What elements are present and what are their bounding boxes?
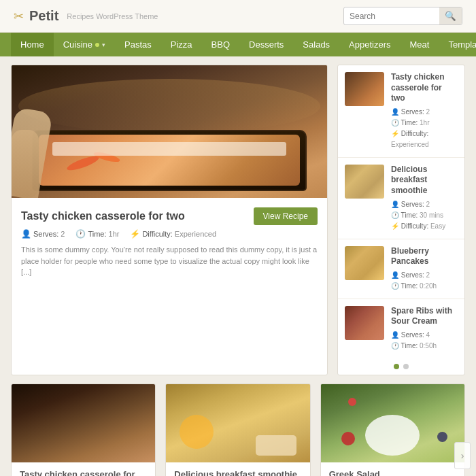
- nav-item-templates[interactable]: Templates ▾: [439, 33, 476, 56]
- sidebar-item-1[interactable]: Tasty chicken casserole for two 👤 Serves…: [338, 65, 464, 158]
- search-box: 🔍: [343, 7, 462, 25]
- card-title-2: Delicious breakfast smoothie: [174, 469, 301, 476]
- sidebar-info-1: Tasty chicken casserole for two 👤 Serves…: [391, 72, 458, 150]
- dot-1[interactable]: [394, 364, 399, 369]
- nav-label-home: Home: [20, 39, 44, 50]
- nav-item-bbq[interactable]: BBQ: [202, 33, 239, 56]
- card-image-2: [166, 384, 309, 462]
- sidebar-item-2[interactable]: Delicious breakfast smoothie 👤 Serves: 2…: [338, 158, 464, 239]
- nav-item-pastas[interactable]: Pastas: [115, 33, 161, 56]
- carousel-next-button[interactable]: ›: [454, 442, 471, 469]
- serves-value: 2: [61, 230, 65, 238]
- nav-item-cuisine[interactable]: Cuisine ▾: [54, 33, 115, 56]
- logo-title: Petit: [29, 8, 58, 24]
- sidebar-recipe-list: Tasty chicken casserole for two 👤 Serves…: [337, 65, 465, 375]
- card-body-3: Greek Salad ★ ★ ★ ★ ★ View Recipe: [321, 462, 464, 476]
- sidebar-info-3: Blueberry Pancakes 👤 Serves: 2 🕐 Time: 0…: [391, 246, 458, 292]
- recipe-cards: Tasty chicken casserole for two ★ ★ ★ ★ …: [0, 384, 476, 476]
- sidebar-title-2: Delicious breakfast smoothie: [391, 165, 458, 197]
- sidebar-meta-3: 👤 Serves: 2 🕐 Time: 0:20h: [391, 270, 458, 292]
- sidebar-thumb-1: [345, 72, 384, 106]
- sidebar-thumb-4: [345, 306, 384, 340]
- sidebar-meta-1: 👤 Serves: 2 🕐 Time: 1hr ⚡ Difficulty: Ex…: [391, 107, 458, 150]
- header: ✂ Petit Recipes WordPress Theme 🔍: [0, 0, 476, 33]
- featured-meta: 👤 Serves: 2 🕐 Time: 1hr ⚡ Difficulty: Ex…: [21, 229, 318, 239]
- card-2: Delicious breakfast smoothie ★ ★ ★ ★ ★ V…: [165, 384, 310, 476]
- serves-label: Serves:: [33, 230, 58, 238]
- search-button[interactable]: 🔍: [439, 7, 462, 24]
- featured-title-row: Tasty chicken casserole for two View Rec…: [21, 207, 318, 225]
- featured-image: [12, 65, 327, 198]
- sidebar-info-4: Spare Ribs with Sour Cream 👤 Serves: 4 🕐…: [391, 306, 458, 352]
- sidebar-pagination: [338, 358, 464, 375]
- sidebar-meta-2: 👤 Serves: 2 🕐 Time: 30 mins ⚡ Difficulty…: [391, 199, 458, 232]
- nav-label-salads: Salads: [303, 39, 330, 50]
- meta-time: 🕐 Time: 1hr: [75, 229, 119, 239]
- featured-description: This is some dummy copy. You're not real…: [21, 244, 318, 278]
- logo-subtitle: Recipes WordPress Theme: [67, 12, 158, 20]
- card-title-1: Tasty chicken casserole for two: [20, 469, 147, 476]
- sidebar-title-3: Blueberry Pancakes: [391, 246, 458, 267]
- nav-label-pizza: Pizza: [171, 39, 192, 50]
- card-body-1: Tasty chicken casserole for two ★ ★ ★ ★ …: [12, 462, 155, 476]
- nav-label-appetizers: Appetizers: [349, 39, 390, 50]
- time-value: 1hr: [109, 230, 120, 238]
- logo-area: ✂ Petit Recipes WordPress Theme: [14, 8, 158, 24]
- nav-item-pizza[interactable]: Pizza: [161, 33, 202, 56]
- nav-item-appetizers[interactable]: Appetizers: [339, 33, 400, 56]
- difficulty-icon: ⚡: [130, 229, 140, 239]
- card-body-2: Delicious breakfast smoothie ★ ★ ★ ★ ★ V…: [166, 462, 309, 476]
- sidebar-item-3[interactable]: Blueberry Pancakes 👤 Serves: 2 🕐 Time: 0…: [338, 239, 464, 299]
- difficulty-value: Experienced: [175, 230, 216, 238]
- sidebar-title-4: Spare Ribs with Sour Cream: [391, 306, 458, 327]
- card-image-3: [321, 384, 464, 462]
- sidebar-info-2: Delicious breakfast smoothie 👤 Serves: 2…: [391, 165, 458, 232]
- sidebar-thumb-2: [345, 165, 384, 199]
- sidebar-title-1: Tasty chicken casserole for two: [391, 72, 458, 104]
- card-image-1: [12, 384, 155, 462]
- clock-icon: 🕐: [75, 229, 86, 239]
- nav-item-home[interactable]: Home: [11, 33, 54, 56]
- nav-label-desserts: Desserts: [249, 39, 284, 50]
- nav-label-meat: Meat: [410, 39, 430, 50]
- meta-serves: 👤 Serves: 2: [21, 229, 65, 239]
- nav-label-templates: Templates: [448, 39, 476, 50]
- cuisine-arrow: ▾: [102, 41, 105, 48]
- search-input[interactable]: [344, 8, 439, 24]
- card-1: Tasty chicken casserole for two ★ ★ ★ ★ …: [11, 384, 156, 476]
- nav-label-cuisine: Cuisine: [63, 39, 92, 50]
- featured-body: Tasty chicken casserole for two View Rec…: [12, 198, 327, 288]
- nav-label-pastas: Pastas: [124, 39, 152, 50]
- cuisine-dot: [95, 43, 99, 47]
- nav-item-meat[interactable]: Meat: [401, 33, 439, 56]
- logo-icon: ✂: [14, 9, 24, 24]
- meta-difficulty: ⚡ Difficulty: Experienced: [130, 229, 216, 239]
- dot-2[interactable]: [403, 364, 409, 369]
- card-title-3: Greek Salad: [329, 469, 456, 476]
- difficulty-label: Difficulty:: [142, 230, 172, 238]
- featured-post: Tasty chicken casserole for two View Rec…: [11, 65, 328, 375]
- person-icon: 👤: [21, 229, 31, 239]
- main-content: Tasty chicken casserole for two View Rec…: [0, 56, 476, 384]
- featured-view-recipe-button[interactable]: View Recipe: [254, 207, 318, 225]
- sidebar-meta-4: 👤 Serves: 4 🕐 Time: 0:50h: [391, 330, 458, 352]
- navigation: Home Cuisine ▾ Pastas Pizza BBQ Desserts…: [0, 33, 476, 56]
- sidebar-item-4[interactable]: Spare Ribs with Sour Cream 👤 Serves: 4 🕐…: [338, 299, 464, 358]
- nav-label-bbq: BBQ: [211, 39, 230, 50]
- card-3: Greek Salad ★ ★ ★ ★ ★ View Recipe: [320, 384, 465, 476]
- featured-title: Tasty chicken casserole for two: [21, 210, 185, 222]
- nav-item-desserts[interactable]: Desserts: [239, 33, 293, 56]
- time-label: Time:: [88, 230, 106, 238]
- sidebar-thumb-3: [345, 246, 384, 280]
- nav-item-salads[interactable]: Salads: [293, 33, 339, 56]
